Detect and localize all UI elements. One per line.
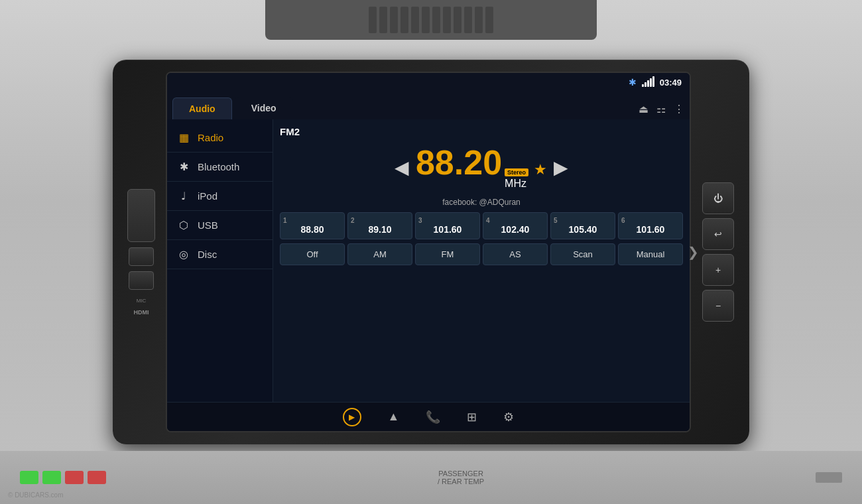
manual-button[interactable]: Manual	[618, 243, 683, 265]
scan-button[interactable]: Scan	[550, 243, 615, 265]
more-menu-icon[interactable]: ⋮	[674, 103, 684, 115]
status-time: 03:49	[660, 78, 682, 88]
passenger-temp-label: PASSENGER / REAR TEMP	[438, 470, 484, 485]
infotainment-screen: ✱ 03:49 Audio Video ⏏	[166, 72, 691, 432]
right-physical-controls: ⏻ ↩ + −	[699, 182, 737, 322]
settings-icon[interactable]: ⚙	[503, 410, 514, 424]
frequency-badges: Stereo MHz	[505, 168, 528, 190]
favorite-icon[interactable]: ★	[534, 161, 547, 178]
station-info: facebook: @ADQuran	[280, 196, 683, 208]
bluetooth-status-icon: ✱	[629, 77, 637, 88]
hdmi-label: HDMI	[134, 309, 149, 316]
eject-icon[interactable]: ⏏	[639, 103, 648, 115]
left-physical-controls: MIC HDMI	[125, 189, 158, 316]
equalizer-icon[interactable]: ⚏	[656, 103, 666, 115]
preset-buttons-row: 1 88.80 2 89.10 3 101.60 4	[280, 212, 683, 239]
as-button[interactable]: AS	[483, 243, 548, 265]
red-button-1[interactable]	[65, 471, 84, 484]
green-button-1[interactable]	[20, 471, 38, 484]
main-content: ▦ Radio ✱ Bluetooth ♩ iPod ⬡ USB	[167, 119, 690, 402]
preset-3[interactable]: 3 101.60	[415, 212, 480, 239]
copyright-label: © DUBICARS.com	[8, 491, 64, 499]
side-expand-arrow[interactable]: ❯	[688, 244, 699, 260]
freq-next-button[interactable]: ▶	[554, 157, 568, 178]
preset-6[interactable]: 6 101.60	[618, 212, 683, 239]
ipod-icon: ♩	[176, 190, 191, 202]
unit-bezel: MIC HDMI ✱ 03:49 Audio	[113, 60, 749, 444]
control-buttons-row: Off AM FM AS Scan Manual	[280, 243, 683, 265]
phone-icon[interactable]: 📞	[426, 410, 440, 424]
bottom-left-buttons	[20, 471, 106, 484]
am-button[interactable]: AM	[347, 243, 412, 265]
signal-strength-icon	[642, 78, 654, 87]
play-button[interactable]: ▶	[343, 408, 361, 426]
source-menu: ▦ Radio ✱ Bluetooth ♩ iPod ⬡ USB	[167, 119, 273, 402]
tab-action-icons: ⏏ ⚏ ⋮	[639, 103, 684, 119]
band-label: FM2	[280, 125, 683, 139]
off-button[interactable]: Off	[280, 243, 345, 265]
tab-bar: Audio Video ⏏ ⚏ ⋮	[167, 92, 690, 119]
power-button[interactable]: ⏻	[702, 182, 734, 214]
volume-down-button[interactable]: −	[702, 290, 734, 322]
tab-video[interactable]: Video	[235, 97, 293, 119]
bottom-navigation: ▶ ▲ 📞 ⊞ ⚙	[167, 402, 690, 431]
menu-item-radio[interactable]: ▦ Radio	[167, 123, 273, 153]
disc-icon: ◎	[176, 248, 191, 261]
car-panel: MIC HDMI ✱ 03:49 Audio	[0, 0, 862, 504]
vent-top	[265, 0, 597, 40]
radio-area: FM2 ◀ 88.20 Stereo MHz ★ ▶	[273, 119, 690, 402]
frequency-row: ◀ 88.20 Stereo MHz ★ ▶	[280, 143, 683, 192]
preset-4[interactable]: 4 102.40	[483, 212, 548, 239]
green-button-2[interactable]	[42, 471, 61, 484]
bottom-panel: PASSENGER / REAR TEMP	[0, 451, 862, 504]
frequency-number: 88.20	[416, 145, 502, 180]
frequency-unit: MHz	[505, 178, 526, 190]
menu-item-disc[interactable]: ◎ Disc	[167, 240, 273, 269]
bluetooth-icon: ✱	[176, 160, 191, 173]
tab-audio[interactable]: Audio	[172, 97, 232, 119]
navigation-icon[interactable]: ▲	[388, 410, 400, 424]
frequency-display: 88.20 Stereo MHz ★	[416, 145, 547, 190]
mic-label: MIC	[137, 298, 147, 304]
left-btn-2[interactable]	[129, 271, 154, 290]
status-bar: ✱ 03:49	[167, 73, 690, 92]
menu-item-usb[interactable]: ⬡ USB	[167, 211, 273, 240]
fm-button[interactable]: FM	[415, 243, 480, 265]
left-btn-1[interactable]	[129, 247, 154, 266]
preset-5[interactable]: 5 105.40	[550, 212, 615, 239]
menu-item-ipod[interactable]: ♩ iPod	[167, 182, 273, 211]
volume-up-button[interactable]: +	[702, 254, 734, 286]
apps-icon[interactable]: ⊞	[467, 410, 477, 424]
preset-1[interactable]: 1 88.80	[280, 212, 345, 239]
preset-2[interactable]: 2 89.10	[347, 212, 412, 239]
usb-icon: ⬡	[176, 219, 191, 231]
stereo-badge: Stereo	[505, 168, 528, 176]
red-button-2[interactable]	[88, 471, 106, 484]
freq-prev-button[interactable]: ◀	[395, 157, 409, 178]
volume-knob[interactable]	[127, 189, 155, 242]
radio-icon: ▦	[176, 131, 191, 144]
menu-item-bluetooth[interactable]: ✱ Bluetooth	[167, 153, 273, 182]
back-home-button[interactable]: ↩	[702, 218, 734, 250]
small-right-button[interactable]	[816, 472, 842, 483]
